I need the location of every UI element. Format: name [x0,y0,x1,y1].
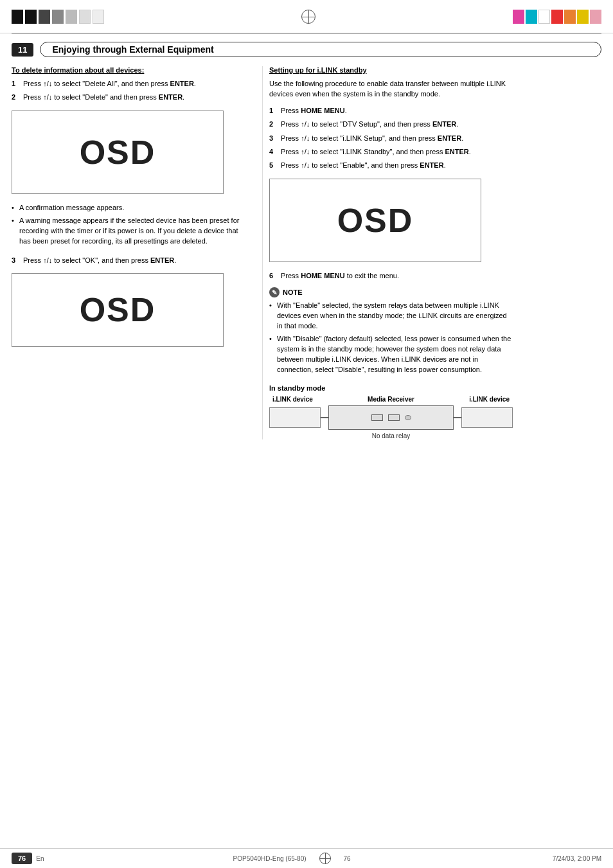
right-step-text-3: Press ↑/↓ to select "i.LINK Setup", and … [281,134,463,143]
block-red [551,10,563,24]
right-step-num-1: 1 [269,106,277,116]
crosshair-top-center [301,10,315,24]
note-item-2: With "Disable" (factory default) selecte… [269,334,513,375]
standby-diagram: In standby mode i.LINK device Media Rece… [269,384,513,439]
right-section-title: Setting up for i.LINK standby [269,66,513,74]
right-step-text-4: Press ↑/↓ to select "i.LINK Standby", an… [281,147,471,157]
top-bar-right-blocks [513,10,601,24]
step-num-1: 1 [12,79,19,89]
standby-labels: i.LINK device Media Receiver i.LINK devi… [269,396,513,403]
left-osd-text-2: OSD [80,290,156,329]
no-data-relay-label: No data relay [269,432,513,439]
right-steps-list: 1 Press HOME MENU. 2 Press ↑/↓ to select… [269,106,513,171]
step-text-1: Press ↑/↓ to select "Delete All", and th… [23,79,196,89]
right-step-1: 1 Press HOME MENU. [269,106,513,116]
right-step-6: 6 Press HOME MENU to exit the menu. [269,271,513,281]
right-step-text-1: Press HOME MENU. [281,106,347,116]
right-step-3: 3 Press ↑/↓ to select "i.LINK Setup", an… [269,134,513,143]
ilink-device-left [269,407,321,428]
label-ilink-right: i.LINK device [469,396,510,403]
crosshair-bottom-center [319,853,331,864]
left-step3-list: 3 Press ↑/↓ to select "OK", and then pre… [12,256,251,265]
right-intro: Use the following procedure to enable da… [269,79,513,100]
ilink-device-right [461,407,513,428]
connector-right [454,417,461,418]
block-1 [12,10,23,24]
step-text-2: Press ↑/↓ to select "Delete" and then pr… [23,93,184,102]
right-osd-text: OSD [337,201,414,240]
step-text-3: Press ↑/↓ to select "OK", and then press… [23,256,176,265]
left-section-title: To delete information about all devices: [12,66,251,74]
page-number: 76 [12,853,32,864]
left-bullet-1: A confirmation message appears. [12,203,251,213]
receiver-rect-2 [388,414,400,421]
media-receiver [328,405,454,430]
connector-left [321,417,328,418]
note-header: ✎ NOTE [269,287,513,297]
left-step-2: 2 Press ↑/↓ to select "Delete" and then … [12,93,251,102]
block-2 [25,10,37,24]
right-step-num-6: 6 [269,271,277,281]
note-item-1: With "Enable" selected, the system relay… [269,301,513,332]
right-step-4: 4 Press ↑/↓ to select "i.LINK Standby", … [269,147,513,157]
bottom-bar: 76 En POP5040HD-Eng (65-80) 76 7/24/03, … [0,848,613,868]
right-step-5: 5 Press ↑/↓ to select "Enable", and then… [269,161,513,170]
label-ilink-left: i.LINK device [272,396,313,403]
block-4 [52,10,64,24]
step-num-3: 3 [12,256,19,265]
right-step-text-2: Press ↑/↓ to select "DTV Setup", and the… [281,120,458,129]
left-osd-box-1: OSD [12,111,224,194]
note-label: NOTE [283,288,303,296]
left-osd-text-1: OSD [80,133,156,172]
left-bullet-2: A warning message appears if the selecte… [12,216,251,247]
right-column: Setting up for i.LINK standby Use the fo… [262,66,513,439]
block-orange [564,10,576,24]
bottom-center: POP5040HD-Eng (65-80) 76 [44,853,552,864]
right-step-text-6: Press HOME MENU to exit the menu. [281,271,399,281]
right-step-num-3: 3 [269,134,277,143]
right-step-2: 2 Press ↑/↓ to select "DTV Setup", and t… [269,120,513,129]
left-column: To delete information about all devices:… [12,66,262,439]
doc-id: POP5040HD-Eng (65-80) [233,855,306,862]
page-language: En [36,855,44,862]
receiver-button [405,415,411,420]
right-step-num-2: 2 [269,120,277,129]
standby-mode-title: In standby mode [269,384,513,392]
left-osd-box-2: OSD [12,273,224,347]
page-ref: 76 [344,855,351,862]
right-step-text-5: Press ↑/↓ to select "Enable", and then p… [281,161,446,170]
receiver-rect-1 [371,414,383,421]
left-step-1: 1 Press ↑/↓ to select "Delete All", and … [12,79,251,89]
block-6 [79,10,91,24]
note-list: With "Enable" selected, the system relay… [269,301,513,375]
block-5 [66,10,77,24]
right-step6-list: 6 Press HOME MENU to exit the menu. [269,271,513,281]
step-num-2: 2 [12,93,19,102]
right-osd-box: OSD [269,179,481,262]
main-content: To delete information about all devices:… [12,66,601,439]
top-bar [0,0,613,33]
left-bullet-list: A confirmation message appears. A warnin… [12,203,251,247]
chapter-title: Enjoying through External Equipment [40,42,601,57]
receiver-inner [371,414,411,421]
block-white [538,10,550,24]
note-icon: ✎ [269,287,280,297]
right-step-num-5: 5 [269,161,277,170]
top-bar-center [104,10,513,24]
block-7 [93,10,104,24]
note-box: ✎ NOTE With "Enable" selected, the syste… [269,287,513,375]
left-step-3: 3 Press ↑/↓ to select "OK", and then pre… [12,256,251,265]
block-3 [39,10,50,24]
block-magenta [513,10,524,24]
block-cyan [526,10,537,24]
date-stamp: 7/24/03, 2:00 PM [553,855,601,862]
left-steps-list: 1 Press ↑/↓ to select "Delete All", and … [12,79,251,103]
block-pink [590,10,601,24]
top-bar-left-blocks [12,10,104,24]
block-yellow [577,10,589,24]
header-rule [12,33,601,34]
right-step-num-4: 4 [269,147,277,157]
chapter-header: 11 Enjoying through External Equipment [12,42,601,57]
label-media-receiver: Media Receiver [368,396,414,403]
chapter-number: 11 [12,43,33,57]
